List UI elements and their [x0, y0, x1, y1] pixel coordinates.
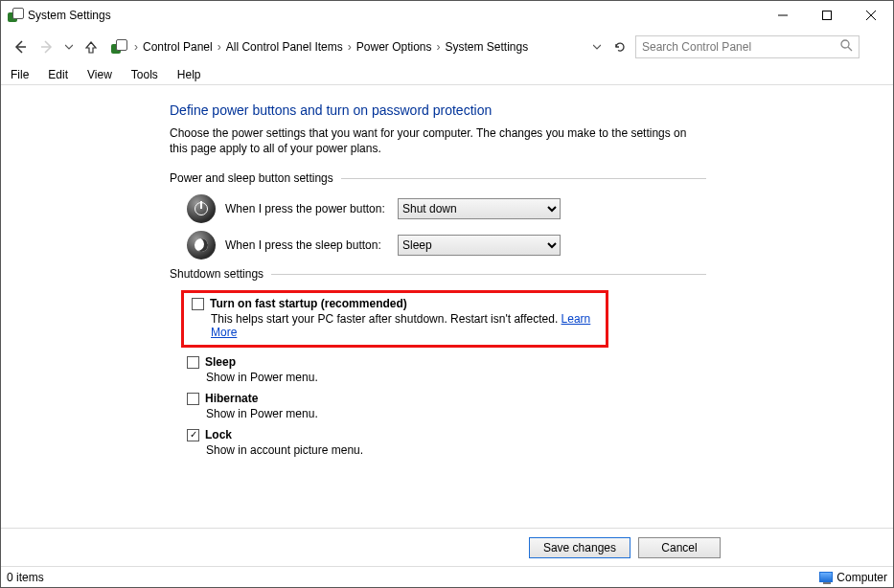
- breadcrumb-item[interactable]: System Settings: [443, 40, 530, 54]
- lock-option-desc: Show in account picture menu.: [206, 443, 685, 457]
- sleep-icon: [187, 231, 216, 260]
- status-location: Computer: [837, 571, 887, 584]
- chevron-right-icon[interactable]: ›: [435, 40, 441, 54]
- svg-rect-1: [823, 11, 832, 20]
- title-bar: System Settings: [1, 1, 893, 30]
- cancel-button[interactable]: Cancel: [638, 537, 721, 558]
- search-placeholder: Search Control Panel: [642, 40, 751, 54]
- chevron-right-icon[interactable]: ›: [217, 40, 222, 54]
- hibernate-checkbox[interactable]: [187, 393, 199, 405]
- hibernate-option-label: Hibernate: [205, 392, 258, 405]
- forward-button[interactable]: [35, 35, 58, 58]
- shutdown-option-sleep: Sleep Show in Power menu.: [187, 355, 685, 384]
- lock-checkbox[interactable]: [187, 429, 199, 441]
- sleep-option-desc: Show in Power menu.: [206, 371, 685, 384]
- power-button-label: When I press the power button:: [225, 202, 398, 215]
- refresh-button[interactable]: [608, 35, 631, 58]
- chevron-right-icon[interactable]: ›: [347, 40, 353, 54]
- search-icon: [840, 39, 853, 55]
- section-label: Shutdown settings: [170, 267, 264, 281]
- power-button-select[interactable]: Shut down: [398, 198, 561, 219]
- chevron-down-icon[interactable]: [593, 43, 601, 51]
- save-changes-button[interactable]: Save changes: [529, 537, 630, 558]
- content-area: Define power buttons and turn on passwor…: [1, 85, 893, 528]
- menu-tools[interactable]: Tools: [129, 66, 160, 83]
- shutdown-option-lock: Lock Show in account picture menu.: [187, 428, 685, 457]
- control-panel-icon: [110, 39, 126, 55]
- lock-option-label: Lock: [205, 428, 232, 441]
- section-label: Power and sleep button settings: [170, 171, 333, 185]
- chevron-right-icon[interactable]: ›: [133, 40, 139, 54]
- fast-startup-desc: This helps start your PC faster after sh…: [211, 312, 598, 339]
- maximize-button[interactable]: [805, 1, 849, 30]
- navigation-bar: › Control Panel › All Control Panel Item…: [1, 30, 893, 64]
- breadcrumb-item[interactable]: All Control Panel Items: [224, 40, 345, 54]
- highlighted-fast-startup: Turn on fast startup (recommended) This …: [181, 290, 608, 348]
- computer-icon: [819, 572, 833, 582]
- fast-startup-label: Turn on fast startup (recommended): [210, 297, 407, 310]
- close-button[interactable]: [849, 1, 893, 30]
- window-title: System Settings: [28, 9, 111, 22]
- fast-startup-checkbox[interactable]: [192, 298, 204, 310]
- search-input[interactable]: Search Control Panel: [635, 35, 860, 58]
- sleep-button-label: When I press the sleep button:: [225, 238, 398, 252]
- hibernate-option-desc: Show in Power menu.: [206, 407, 685, 420]
- status-items-count: 0 items: [7, 571, 44, 584]
- power-button-row: When I press the power button: Shut down: [187, 194, 893, 223]
- sleep-checkbox[interactable]: [187, 356, 199, 369]
- page-intro: Choose the power settings that you want …: [170, 125, 706, 156]
- menu-view[interactable]: View: [85, 66, 114, 83]
- breadcrumb-item[interactable]: Power Options: [355, 40, 434, 54]
- menu-edit[interactable]: Edit: [46, 66, 70, 83]
- section-shutdown-settings: Shutdown settings: [170, 267, 706, 281]
- up-button[interactable]: [80, 35, 103, 58]
- svg-point-6: [841, 40, 849, 48]
- sleep-option-label: Sleep: [205, 355, 236, 369]
- app-icon: [7, 8, 22, 23]
- breadcrumb[interactable]: › Control Panel › All Control Panel Item…: [106, 35, 605, 58]
- svg-line-7: [848, 47, 852, 51]
- menu-help[interactable]: Help: [175, 66, 203, 83]
- page-heading: Define power buttons and turn on passwor…: [170, 102, 893, 118]
- menu-file[interactable]: File: [9, 66, 31, 83]
- dialog-button-row: Save changes Cancel: [1, 528, 893, 566]
- back-button[interactable]: [9, 35, 32, 58]
- section-power-sleep-buttons: Power and sleep button settings: [170, 171, 706, 185]
- shutdown-option-hibernate: Hibernate Show in Power menu.: [187, 392, 685, 420]
- recent-dropdown-button[interactable]: [62, 35, 76, 58]
- sleep-button-select[interactable]: Sleep: [398, 235, 561, 256]
- breadcrumb-item[interactable]: Control Panel: [141, 40, 215, 54]
- minimize-button[interactable]: [761, 1, 805, 30]
- menu-bar: File Edit View Tools Help: [1, 64, 893, 85]
- sleep-button-row: When I press the sleep button: Sleep: [187, 231, 893, 260]
- power-icon: [187, 194, 216, 223]
- status-bar: 0 items Computer: [1, 566, 893, 587]
